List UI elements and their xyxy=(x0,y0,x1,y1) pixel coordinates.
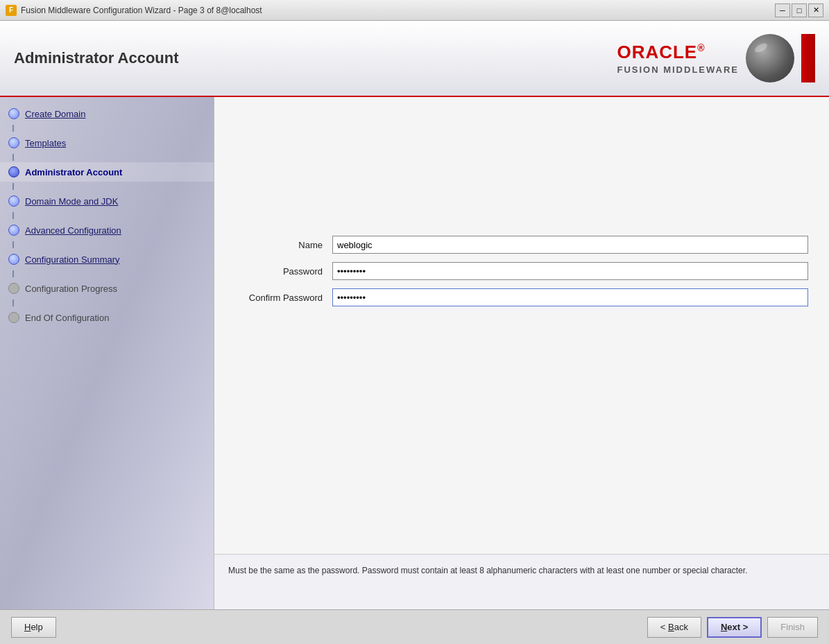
sidebar-item-domain-mode-jdk[interactable]: Domain Mode and JDK xyxy=(0,191,214,211)
maximize-button[interactable]: □ xyxy=(792,3,807,17)
help-button[interactable]: Help xyxy=(11,617,56,638)
titlebar-left: F Fusion Middleware Configuration Wizard… xyxy=(6,5,262,16)
oracle-subtitle: FUSION MIDDLEWARE xyxy=(617,64,739,75)
help-underline: Help xyxy=(24,622,43,632)
sidebar-item-templates[interactable]: Templates xyxy=(0,133,214,153)
oracle-logo-text-area: ORACLE® FUSION MIDDLEWARE xyxy=(617,42,739,75)
connector-5 xyxy=(12,241,14,248)
next-button[interactable]: Next > xyxy=(707,617,762,638)
main-window: Administrator Account ORACLE® FUSION MID… xyxy=(0,21,829,644)
window-controls: ─ □ ✕ xyxy=(775,3,823,17)
confirm-password-label: Confirm Password xyxy=(235,293,332,303)
connector-6 xyxy=(12,270,14,277)
minimize-button[interactable]: ─ xyxy=(775,3,790,17)
next-label: Next > xyxy=(721,622,748,632)
oracle-sphere xyxy=(746,34,794,82)
oracle-logo-top: ORACLE® FUSION MIDDLEWARE xyxy=(617,34,815,82)
dot-create-domain xyxy=(8,108,19,119)
sidebar-item-advanced-configuration[interactable]: Advanced Configuration xyxy=(0,220,214,240)
dot-domain-mode-jdk xyxy=(8,195,19,207)
content-area: Name Password Confirm Password Must be t… xyxy=(214,97,829,609)
page-title: Administrator Account xyxy=(14,49,179,67)
close-button[interactable]: ✕ xyxy=(808,3,823,17)
finish-label: Finish xyxy=(780,622,805,632)
name-label: Name xyxy=(235,240,332,250)
footer-right: < Back Next > Finish xyxy=(647,617,818,638)
sidebar-item-configuration-progress[interactable]: Configuration Progress xyxy=(0,279,214,298)
password-row: Password xyxy=(235,262,808,280)
password-input[interactable] xyxy=(332,262,808,280)
form-area: Name Password Confirm Password xyxy=(214,97,829,554)
connector-7 xyxy=(12,299,14,306)
confirm-password-row: Confirm Password xyxy=(235,288,808,306)
connector-1 xyxy=(12,125,14,132)
header: Administrator Account ORACLE® FUSION MID… xyxy=(0,21,829,97)
oracle-logo: ORACLE® FUSION MIDDLEWARE xyxy=(617,34,815,82)
oracle-text: ORACLE® xyxy=(617,42,739,63)
name-input[interactable] xyxy=(332,236,808,254)
dot-end-of-configuration xyxy=(8,312,19,323)
footer: Help < Back Next > Finish xyxy=(0,609,829,644)
sidebar-item-administrator-account[interactable]: Administrator Account xyxy=(0,162,214,182)
sidebar-label-create-domain[interactable]: Create Domain xyxy=(25,109,85,119)
connector-4 xyxy=(12,212,14,219)
dot-advanced-configuration xyxy=(8,225,19,236)
app-icon: F xyxy=(6,5,17,16)
back-label: < Back xyxy=(660,622,688,632)
finish-button[interactable]: Finish xyxy=(767,617,818,638)
connector-3 xyxy=(12,183,14,190)
connector-2 xyxy=(12,154,14,161)
sidebar-label-configuration-progress: Configuration Progress xyxy=(25,284,117,294)
dot-configuration-progress xyxy=(8,283,19,294)
window-title: Fusion Middleware Configuration Wizard -… xyxy=(21,6,262,15)
sidebar-label-templates[interactable]: Templates xyxy=(25,138,66,148)
footer-left: Help xyxy=(11,617,56,638)
sidebar-label-administrator-account: Administrator Account xyxy=(25,167,122,177)
titlebar: F Fusion Middleware Configuration Wizard… xyxy=(0,0,829,21)
name-row: Name xyxy=(235,236,808,254)
sidebar-label-domain-mode-jdk[interactable]: Domain Mode and JDK xyxy=(25,196,118,207)
confirm-password-input[interactable] xyxy=(332,288,808,306)
sidebar: Create Domain Templates Administrator Ac… xyxy=(0,97,214,609)
back-button[interactable]: < Back xyxy=(647,617,701,638)
dot-templates xyxy=(8,137,19,148)
sidebar-label-configuration-summary[interactable]: Configuration Summary xyxy=(25,254,120,265)
sidebar-item-end-of-configuration[interactable]: End Of Configuration xyxy=(0,308,214,327)
sidebar-label-advanced-configuration[interactable]: Advanced Configuration xyxy=(25,225,121,236)
hint-text: Must be the same as the password. Passwo… xyxy=(228,564,815,577)
dot-administrator-account xyxy=(8,166,19,177)
password-label: Password xyxy=(235,266,332,277)
oracle-red-strip xyxy=(801,34,815,82)
sidebar-item-configuration-summary[interactable]: Configuration Summary xyxy=(0,250,214,269)
dot-configuration-summary xyxy=(8,254,19,265)
sidebar-label-end-of-configuration: End Of Configuration xyxy=(25,313,109,323)
sidebar-item-create-domain[interactable]: Create Domain xyxy=(0,104,214,123)
hint-area: Must be the same as the password. Passwo… xyxy=(214,554,829,609)
body-area: Create Domain Templates Administrator Ac… xyxy=(0,97,829,609)
